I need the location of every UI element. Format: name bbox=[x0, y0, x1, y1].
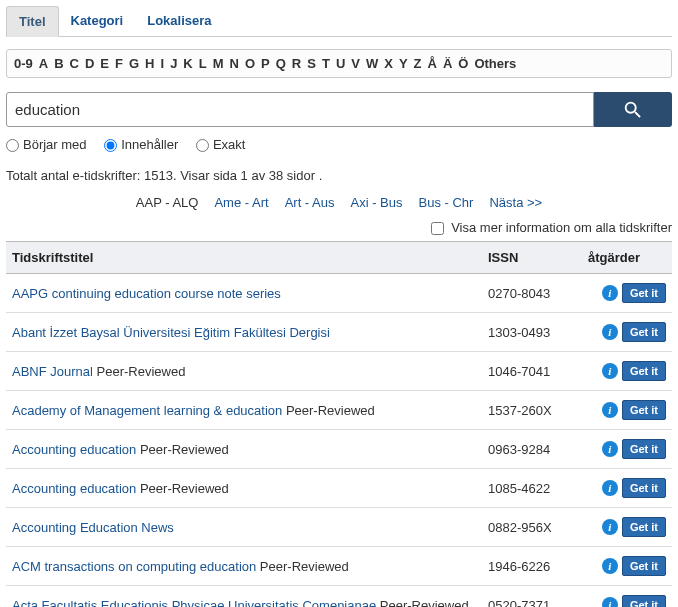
cell-issn: 0520-7371 bbox=[482, 586, 582, 607]
get-it-button[interactable]: Get it bbox=[622, 517, 666, 537]
info-icon[interactable]: i bbox=[602, 285, 618, 301]
show-more-checkbox[interactable] bbox=[431, 222, 444, 235]
alpha-L[interactable]: L bbox=[196, 56, 210, 71]
peer-reviewed-label: Peer-Reviewed bbox=[136, 481, 229, 496]
journal-link[interactable]: Acta Facultatis Educationis Physicae Uni… bbox=[12, 598, 376, 607]
radio-borjar-label: Börjar med bbox=[23, 137, 87, 152]
cell-title: ACM transactions on computing education … bbox=[6, 547, 482, 586]
journal-link[interactable]: Academy of Management learning & educati… bbox=[12, 403, 282, 418]
alpha-O[interactable]: O bbox=[242, 56, 258, 71]
cell-title: Acta Facultatis Educationis Physicae Uni… bbox=[6, 586, 482, 607]
journal-link[interactable]: AAPG continuing education course note se… bbox=[12, 286, 281, 301]
peer-reviewed-label: Peer-Reviewed bbox=[256, 559, 349, 574]
table-row: Abant İzzet Baysal Üniversitesi Eğitim F… bbox=[6, 313, 672, 352]
alpha-M[interactable]: M bbox=[210, 56, 227, 71]
alpha-X[interactable]: X bbox=[381, 56, 396, 71]
cell-actions: iGet it bbox=[582, 313, 672, 352]
result-count: Totalt antal e-tidskrifter: 1513. Visar … bbox=[6, 168, 672, 183]
alpha-0-9[interactable]: 0-9 bbox=[11, 56, 36, 71]
get-it-button[interactable]: Get it bbox=[622, 322, 666, 342]
info-icon[interactable]: i bbox=[602, 324, 618, 340]
alpha-W[interactable]: W bbox=[363, 56, 381, 71]
journal-link[interactable]: Accounting education bbox=[12, 442, 136, 457]
alpha-Ö[interactable]: Ö bbox=[455, 56, 471, 71]
alpha-V[interactable]: V bbox=[348, 56, 363, 71]
search-button[interactable] bbox=[594, 92, 672, 127]
alpha-C[interactable]: C bbox=[67, 56, 82, 71]
alpha-I[interactable]: I bbox=[158, 56, 168, 71]
cell-title: AAPG continuing education course note se… bbox=[6, 274, 482, 313]
alpha-B[interactable]: B bbox=[51, 56, 66, 71]
journal-link[interactable]: ABNF Journal bbox=[12, 364, 93, 379]
pager-link[interactable]: Art - Aus bbox=[285, 195, 335, 210]
get-it-button[interactable]: Get it bbox=[622, 361, 666, 381]
tab-lokalisera[interactable]: Lokalisera bbox=[135, 6, 223, 36]
radio-innehaller-label: Innehåller bbox=[121, 137, 178, 152]
get-it-button[interactable]: Get it bbox=[622, 283, 666, 303]
get-it-button[interactable]: Get it bbox=[622, 439, 666, 459]
alpha-Y[interactable]: Y bbox=[396, 56, 411, 71]
alpha-Q[interactable]: Q bbox=[273, 56, 289, 71]
alpha-R[interactable]: R bbox=[289, 56, 304, 71]
peer-reviewed-label: Peer-Reviewed bbox=[93, 364, 186, 379]
get-it-button[interactable]: Get it bbox=[622, 556, 666, 576]
alpha-Å[interactable]: Å bbox=[425, 56, 440, 71]
alpha-E[interactable]: E bbox=[97, 56, 112, 71]
alpha-Z[interactable]: Z bbox=[411, 56, 425, 71]
table-row: Acta Facultatis Educationis Physicae Uni… bbox=[6, 586, 672, 607]
pager-link[interactable]: Bus - Chr bbox=[419, 195, 474, 210]
tab-kategori[interactable]: Kategori bbox=[59, 6, 136, 36]
info-icon[interactable]: i bbox=[602, 363, 618, 379]
journal-link[interactable]: Accounting Education News bbox=[12, 520, 174, 535]
alpha-N[interactable]: N bbox=[227, 56, 242, 71]
search-input[interactable] bbox=[6, 92, 594, 127]
info-icon[interactable]: i bbox=[602, 402, 618, 418]
get-it-button[interactable]: Get it bbox=[622, 400, 666, 420]
get-it-button[interactable]: Get it bbox=[622, 595, 666, 607]
radio-exakt[interactable]: Exakt bbox=[196, 137, 246, 152]
search-row bbox=[6, 92, 672, 127]
alpha-J[interactable]: J bbox=[167, 56, 180, 71]
pager-link[interactable]: Axi - Bus bbox=[351, 195, 403, 210]
radio-exakt-label: Exakt bbox=[213, 137, 246, 152]
alpha-U[interactable]: U bbox=[333, 56, 348, 71]
alpha-A[interactable]: A bbox=[36, 56, 51, 71]
info-icon[interactable]: i bbox=[602, 480, 618, 496]
journal-link[interactable]: ACM transactions on computing education bbox=[12, 559, 256, 574]
tab-titel[interactable]: Titel bbox=[6, 6, 59, 37]
alpha-F[interactable]: F bbox=[112, 56, 126, 71]
radio-borjar[interactable]: Börjar med bbox=[6, 137, 87, 152]
info-icon[interactable]: i bbox=[602, 519, 618, 535]
cell-actions: iGet it bbox=[582, 586, 672, 607]
alpha-P[interactable]: P bbox=[258, 56, 273, 71]
show-more-toggle[interactable]: Visa mer information om alla tidskrifter bbox=[431, 220, 672, 235]
alpha-G[interactable]: G bbox=[126, 56, 142, 71]
tabs: TitelKategoriLokalisera bbox=[6, 6, 672, 37]
journal-link[interactable]: Accounting education bbox=[12, 481, 136, 496]
cell-issn: 1946-6226 bbox=[482, 547, 582, 586]
cell-issn: 1046-7041 bbox=[482, 352, 582, 391]
journal-link[interactable]: Abant İzzet Baysal Üniversitesi Eğitim F… bbox=[12, 325, 330, 340]
alpha-H[interactable]: H bbox=[142, 56, 157, 71]
pager-next[interactable]: Nästa >> bbox=[489, 195, 542, 210]
get-it-button[interactable]: Get it bbox=[622, 478, 666, 498]
alpha-S[interactable]: S bbox=[304, 56, 319, 71]
radio-exakt-input[interactable] bbox=[196, 139, 209, 152]
pager: AAP - ALQAme - ArtArt - AusAxi - BusBus … bbox=[6, 195, 672, 210]
info-icon[interactable]: i bbox=[602, 558, 618, 574]
info-icon[interactable]: i bbox=[602, 441, 618, 457]
info-icon[interactable]: i bbox=[602, 597, 618, 607]
radio-innehaller[interactable]: Innehåller bbox=[104, 137, 178, 152]
radio-innehaller-input[interactable] bbox=[104, 139, 117, 152]
alpha-D[interactable]: D bbox=[82, 56, 97, 71]
cell-issn: 0270-8043 bbox=[482, 274, 582, 313]
alpha-Others[interactable]: Others bbox=[471, 56, 519, 71]
col-issn: ISSN bbox=[482, 242, 582, 274]
alpha-Ä[interactable]: Ä bbox=[440, 56, 455, 71]
cell-actions: iGet it bbox=[582, 508, 672, 547]
alpha-K[interactable]: K bbox=[180, 56, 195, 71]
pager-link[interactable]: Ame - Art bbox=[214, 195, 268, 210]
alpha-T[interactable]: T bbox=[319, 56, 333, 71]
table-row: AAPG continuing education course note se… bbox=[6, 274, 672, 313]
radio-borjar-input[interactable] bbox=[6, 139, 19, 152]
